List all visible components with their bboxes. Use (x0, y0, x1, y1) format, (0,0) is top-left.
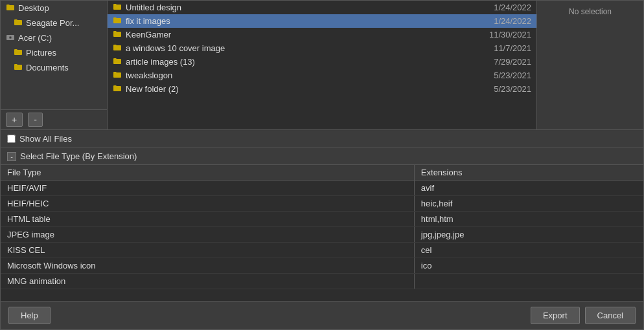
file-type-name: KISS CEL (1, 243, 414, 258)
sidebar-item-label-2: Acer (C:) (18, 33, 52, 43)
file-type-ext: avif (414, 181, 643, 196)
sidebar-item-4[interactable]: Documents (1, 60, 107, 75)
remove-location-button[interactable]: - (28, 113, 43, 127)
file-type-name: HEIF/HEIC (1, 196, 414, 212)
folder-icon (113, 71, 122, 80)
folder-icon (113, 30, 122, 39)
file-type-ext: ico (414, 258, 643, 274)
sidebar-item-3[interactable]: Pictures (1, 45, 107, 60)
button-bar: Help Export Cancel (1, 301, 643, 329)
file-name: fix it images (126, 16, 469, 26)
file-type-name: JPEG image (1, 227, 414, 243)
collapse-button[interactable]: - (7, 152, 16, 161)
file-date: 5/23/2021 (473, 71, 531, 80)
top-area: DesktopSeagate Por...Acer (C:)PicturesDo… (1, 1, 643, 130)
file-row-6[interactable]: New folder (2)5/23/2021 (108, 82, 536, 96)
sidebar-item-0[interactable]: Desktop (1, 1, 107, 16)
sidebar-item-label-0: Desktop (18, 3, 49, 13)
sidebar-item-1[interactable]: Seagate Por... (1, 16, 107, 30)
export-button[interactable]: Export (531, 307, 580, 324)
file-type-section-label: Select File Type (By Extension) (20, 151, 137, 161)
file-type-list: File Type Extensions HEIF/AVIFavifHEIF/H… (1, 165, 643, 289)
cancel-button[interactable]: Cancel (585, 307, 636, 324)
show-all-files-label[interactable]: Show All Files (19, 134, 72, 144)
file-name: a windows 10 cover image (126, 43, 469, 53)
file-type-row-1[interactable]: HEIF/HEICheic,heif (1, 196, 643, 212)
sidebar-item-2[interactable]: Acer (C:) (1, 30, 107, 45)
folder-icon (113, 3, 122, 12)
file-type-table[interactable]: File Type Extensions HEIF/AVIFavifHEIF/H… (1, 165, 643, 301)
file-type-name: MNG animation (1, 274, 414, 289)
show-all-files-checkbox[interactable] (7, 135, 16, 143)
col-file-type: File Type (1, 165, 414, 181)
col-extensions: Extensions (414, 165, 643, 181)
file-type-name: HTML table (1, 212, 414, 227)
file-row-2[interactable]: KeenGamer11/30/2021 (108, 28, 536, 41)
svg-point-2 (10, 37, 11, 38)
file-row-4[interactable]: article images (13)7/29/2021 (108, 55, 536, 69)
file-name: KeenGamer (126, 30, 469, 39)
no-selection-label: No selection (569, 7, 612, 16)
file-date: 5/23/2021 (473, 84, 531, 94)
file-type-row-0[interactable]: HEIF/AVIFavif (1, 181, 643, 196)
file-type-row-4[interactable]: KISS CELcel (1, 243, 643, 258)
file-type-row-6[interactable]: MNG animation (1, 274, 643, 289)
preview-panel: No selection (536, 1, 643, 129)
file-date: 11/7/2021 (473, 43, 531, 53)
folder-icon (14, 18, 23, 28)
sidebar-item-label-3: Pictures (26, 48, 56, 58)
file-name: Untitled design (126, 3, 469, 12)
drive-icon (6, 33, 15, 43)
file-type-header: - Select File Type (By Extension) (1, 148, 643, 165)
file-type-name: HEIF/AVIF (1, 181, 414, 196)
file-type-ext: jpg,jpeg,jpe (414, 227, 643, 243)
file-row-5[interactable]: tweakslogon5/23/2021 (108, 69, 536, 82)
sidebar-item-label-1: Seagate Por... (26, 18, 79, 28)
file-list: Untitled design1/24/2022fix it images1/2… (108, 1, 536, 129)
show-all-row: Show All Files (1, 130, 643, 148)
file-name: New folder (2) (126, 84, 469, 94)
folder-icon (14, 63, 23, 72)
file-name: tweakslogon (126, 71, 469, 80)
file-name: article images (13) (126, 57, 469, 67)
folder-icon (113, 43, 122, 53)
folder-icon (6, 3, 15, 13)
file-type-ext: html,htm (414, 212, 643, 227)
file-type-row-5[interactable]: Microsoft Windows iconico (1, 258, 643, 274)
sidebar-item-label-4: Documents (26, 63, 69, 72)
file-type-ext: cel (414, 243, 643, 258)
file-row-1[interactable]: fix it images1/24/2022 (108, 14, 536, 28)
file-row-3[interactable]: a windows 10 cover image11/7/2021 (108, 41, 536, 55)
file-date: 1/24/2022 (473, 16, 531, 26)
file-type-ext: heic,heif (414, 196, 643, 212)
folder-icon (113, 16, 122, 26)
folder-icon (113, 84, 122, 94)
add-location-button[interactable]: + (6, 113, 23, 127)
table-header-row: File Type Extensions (1, 165, 643, 181)
file-type-name: Microsoft Windows icon (1, 258, 414, 274)
file-date: 1/24/2022 (473, 3, 531, 12)
folder-icon (14, 48, 23, 58)
file-date: 7/29/2021 (473, 57, 531, 67)
file-type-row-2[interactable]: HTML tablehtml,htm (1, 212, 643, 227)
file-type-section: - Select File Type (By Extension) File T… (1, 148, 643, 301)
folder-icon (113, 57, 122, 67)
file-type-ext (414, 274, 643, 289)
file-type-row-3[interactable]: JPEG imagejpg,jpeg,jpe (1, 227, 643, 243)
sidebar-controls: + - (1, 109, 107, 129)
export-dialog: DesktopSeagate Por...Acer (C:)PicturesDo… (0, 0, 644, 330)
help-button[interactable]: Help (8, 307, 51, 324)
file-row-0[interactable]: Untitled design1/24/2022 (108, 1, 536, 14)
file-date: 11/30/2021 (473, 30, 531, 39)
sidebar: DesktopSeagate Por...Acer (C:)PicturesDo… (1, 1, 108, 129)
